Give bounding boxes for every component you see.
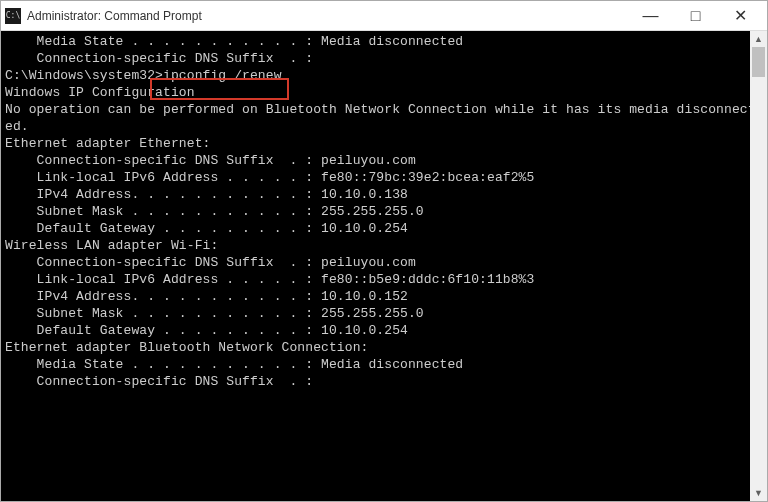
output-line: Windows IP Configuration: [5, 84, 746, 101]
output-line: IPv4 Address. . . . . . . . . . . : 10.1…: [5, 186, 746, 203]
output-line: Default Gateway . . . . . . . . . : 10.1…: [5, 220, 746, 237]
window-title: Administrator: Command Prompt: [27, 9, 628, 23]
output-line: Default Gateway . . . . . . . . . : 10.1…: [5, 322, 746, 339]
output-line: Link-local IPv6 Address . . . . . : fe80…: [5, 169, 746, 186]
minimize-button[interactable]: —: [628, 2, 673, 30]
output-line: IPv4 Address. . . . . . . . . . . : 10.1…: [5, 288, 746, 305]
prompt-line: C:\Windows\system32>ipconfig /renew: [5, 67, 746, 84]
cmd-window: C:\ Administrator: Command Prompt — □ ✕ …: [0, 0, 768, 502]
output-line: No operation can be performed on Bluetoo…: [5, 101, 746, 118]
app-icon: C:\: [5, 8, 21, 24]
output-line: Ethernet adapter Bluetooth Network Conne…: [5, 339, 746, 356]
close-icon: ✕: [734, 6, 747, 25]
window-controls: — □ ✕: [628, 2, 763, 30]
output-line: Ethernet adapter Ethernet:: [5, 135, 746, 152]
output-line: Link-local IPv6 Address . . . . . : fe80…: [5, 271, 746, 288]
scroll-thumb[interactable]: [752, 47, 765, 77]
output-line: Connection-specific DNS Suffix . : peilu…: [5, 254, 746, 271]
scroll-down-icon[interactable]: ▼: [750, 485, 767, 501]
output-line: Connection-specific DNS Suffix . :: [5, 373, 746, 390]
output-line: Subnet Mask . . . . . . . . . . . : 255.…: [5, 305, 746, 322]
output-line: Media State . . . . . . . . . . . : Medi…: [5, 33, 746, 50]
scrollbar[interactable]: ▲ ▼: [750, 31, 767, 501]
close-button[interactable]: ✕: [718, 2, 763, 30]
output-line: Subnet Mask . . . . . . . . . . . : 255.…: [5, 203, 746, 220]
minimize-icon: —: [643, 7, 659, 25]
output-line: Wireless LAN adapter Wi-Fi:: [5, 237, 746, 254]
maximize-button[interactable]: □: [673, 2, 718, 30]
terminal-wrap: Media State . . . . . . . . . . . : Medi…: [1, 31, 767, 501]
terminal-output[interactable]: Media State . . . . . . . . . . . : Medi…: [1, 31, 750, 501]
maximize-icon: □: [691, 7, 701, 25]
output-line: Media State . . . . . . . . . . . : Medi…: [5, 356, 746, 373]
output-line: Connection-specific DNS Suffix . : peilu…: [5, 152, 746, 169]
scroll-up-icon[interactable]: ▲: [750, 31, 767, 47]
titlebar[interactable]: C:\ Administrator: Command Prompt — □ ✕: [1, 1, 767, 31]
output-line: Connection-specific DNS Suffix . :: [5, 50, 746, 67]
output-line: ed.: [5, 118, 746, 135]
app-icon-label: C:\: [6, 11, 20, 20]
